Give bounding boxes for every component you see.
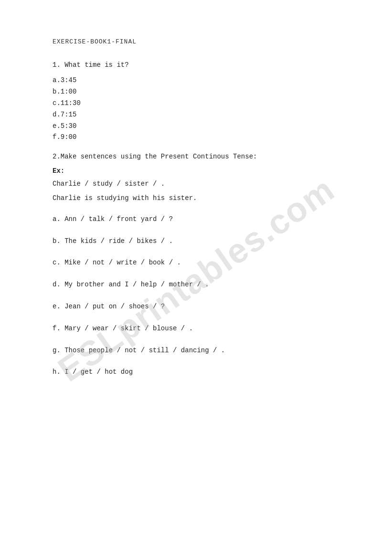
- item-e-text: Jean / put on / shoes / ?: [64, 303, 165, 310]
- question-1-title: 1. What time is it?: [53, 60, 339, 70]
- section-2: 2.Make sentences using the Present Conti…: [53, 153, 339, 378]
- exercise-item-g: g. Those people / not / still / dancing …: [53, 345, 339, 357]
- exercise-item-e: e. Jean / put on / shoes / ?: [53, 301, 339, 313]
- answer-choices: a.3:45 b.1:00 c.11:30 d.7:15 e.5:30 f.9:…: [53, 75, 339, 143]
- choice-e: e.5:30: [53, 121, 339, 132]
- ex-label: Ex:: [53, 167, 339, 175]
- choice-b: b.1:00: [53, 86, 339, 98]
- item-c-label: c.: [53, 259, 61, 266]
- exercise-item-b: b. The kids / ride / bikes / .: [53, 236, 339, 247]
- document-header: EXERCISE-BOOK1-FINAL: [53, 38, 339, 45]
- item-d-label: d.: [53, 281, 61, 288]
- section-2-title: 2.Make sentences using the Present Conti…: [53, 153, 339, 160]
- exercise-item-a: a. Ann / talk / front yard / ?: [53, 214, 339, 225]
- item-b-text: The kids / ride / bikes / .: [64, 237, 173, 245]
- choice-a: a.3:45: [53, 75, 339, 86]
- item-b-label: b.: [53, 237, 61, 245]
- exercise-item-f: f. Mary / wear / skirt / blouse / .: [53, 323, 339, 335]
- document-title: EXERCISE-BOOK1-FINAL: [53, 38, 137, 45]
- example-sentence-1: Charlie / study / sister / .: [53, 179, 339, 190]
- choice-c: c.11:30: [53, 98, 339, 109]
- item-e-label: e.: [53, 303, 61, 310]
- item-a-text: Ann / talk / front yard / ?: [64, 215, 173, 223]
- item-a-label: a.: [53, 215, 61, 223]
- choice-f: f.9:00: [53, 132, 339, 143]
- item-c-text: Mike / not / write / book / .: [64, 259, 181, 266]
- item-g-label: g.: [53, 347, 61, 354]
- item-d-text: My brother and I / help / mother / .: [64, 281, 209, 288]
- item-g-text: Those people / not / still / dancing / .: [64, 347, 225, 354]
- item-h-text: I / get / hot dog: [64, 368, 133, 376]
- exercise-item-h: h. I / get / hot dog: [53, 367, 339, 378]
- item-h-label: h.: [53, 368, 61, 376]
- item-f-label: f.: [53, 325, 61, 332]
- exercise-item-d: d. My brother and I / help / mother / .: [53, 279, 339, 291]
- item-f-text: Mary / wear / skirt / blouse / .: [64, 325, 193, 332]
- section-1: 1. What time is it? a.3:45 b.1:00 c.11:3…: [53, 60, 339, 143]
- exercise-item-c: c. Mike / not / write / book / .: [53, 257, 339, 269]
- page: ESLprintables.com EXERCISE-BOOK1-FINAL 1…: [0, 0, 392, 558]
- choice-d: d.7:15: [53, 109, 339, 121]
- example-sentence-2: Charlie is studying with his sister.: [53, 193, 339, 204]
